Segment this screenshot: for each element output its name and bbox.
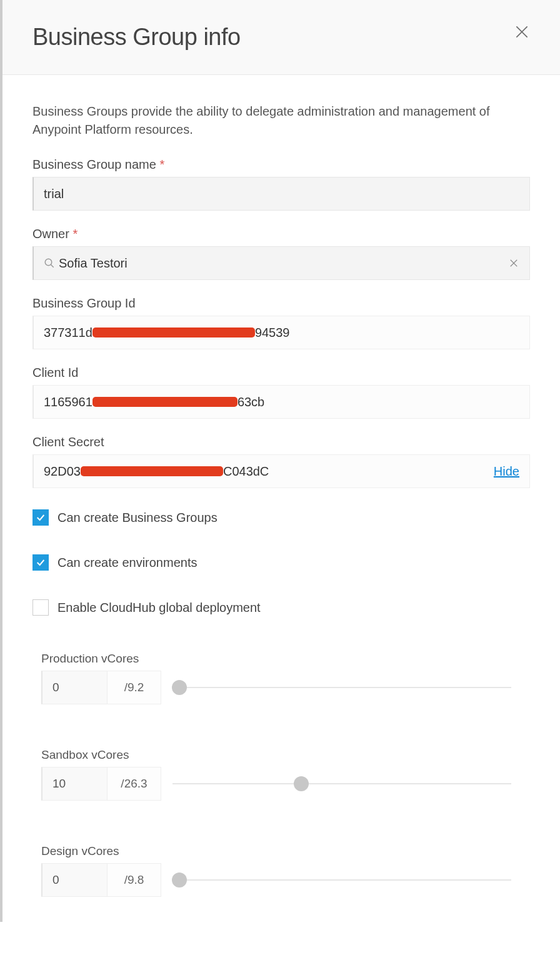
checkbox-label-create-bg: Can create Business Groups xyxy=(58,511,218,525)
client-id-prefix: 1165961 xyxy=(44,395,92,409)
check-icon xyxy=(36,558,46,568)
checkbox-row-create-bg: Can create Business Groups xyxy=(32,509,530,526)
checkbox-global-deploy[interactable] xyxy=(32,599,49,616)
svg-line-3 xyxy=(51,264,54,268)
search-icon xyxy=(44,258,55,269)
field-owner: Owner xyxy=(32,227,530,280)
redaction xyxy=(92,397,238,407)
slider-thumb-production[interactable] xyxy=(172,680,187,695)
checkbox-row-global-deploy: Enable CloudHub global deployment xyxy=(32,599,530,616)
input-owner[interactable] xyxy=(59,256,508,271)
checkbox-create-env[interactable] xyxy=(32,554,49,571)
checkbox-row-create-env: Can create environments xyxy=(32,554,530,571)
svg-point-2 xyxy=(45,259,52,266)
value-bg-id: 377311d 94539 xyxy=(32,316,530,349)
slider-production: Production vCores 0 / 9.2 xyxy=(32,652,530,704)
client-id-suffix: 63cb xyxy=(238,395,264,409)
label-owner: Owner xyxy=(32,227,530,241)
check-icon xyxy=(36,512,46,522)
slider-thumb-sandbox[interactable] xyxy=(294,776,309,791)
dialog-description: Business Groups provide the ability to d… xyxy=(32,102,530,139)
slider-track-design[interactable] xyxy=(172,879,511,881)
close-icon[interactable] xyxy=(514,24,530,40)
slider-max-production: / 9.2 xyxy=(108,671,161,704)
owner-search-wrap[interactable] xyxy=(32,246,530,280)
slider-track-production[interactable] xyxy=(172,687,511,688)
label-client-secret: Client Secret xyxy=(32,435,530,449)
dialog-header: Business Group info xyxy=(2,0,560,75)
slider-value-design[interactable]: 0 xyxy=(41,863,108,897)
label-bg-name: Business Group name xyxy=(32,158,530,172)
slider-label-sandbox: Sandbox vCores xyxy=(41,748,530,762)
field-bg-id: Business Group Id 377311d 94539 xyxy=(32,296,530,349)
slider-track-sandbox[interactable] xyxy=(172,783,511,784)
sliders-section: Production vCores 0 / 9.2 Sandbox vCores… xyxy=(32,652,530,897)
field-client-secret: Client Secret 92D03 C043dC Hide xyxy=(32,435,530,488)
input-bg-name[interactable] xyxy=(32,177,530,211)
field-client-id: Client Id 1165961 63cb xyxy=(32,366,530,419)
slider-label-production: Production vCores xyxy=(41,652,530,666)
label-bg-id: Business Group Id xyxy=(32,296,530,311)
checkbox-label-global-deploy: Enable CloudHub global deployment xyxy=(58,601,261,615)
slider-design: Design vCores 0 / 9.8 xyxy=(32,844,530,897)
slider-max-sandbox: / 26.3 xyxy=(108,767,161,801)
slider-label-design: Design vCores xyxy=(41,844,530,858)
clear-owner-icon[interactable] xyxy=(508,258,519,269)
bg-id-prefix: 377311d xyxy=(44,326,92,340)
label-client-id: Client Id xyxy=(32,366,530,380)
slider-value-sandbox[interactable]: 10 xyxy=(41,767,108,801)
slider-max-design: / 9.8 xyxy=(108,863,161,897)
dialog-title: Business Group info xyxy=(32,24,241,51)
slider-sandbox: Sandbox vCores 10 / 26.3 xyxy=(32,748,530,801)
field-bg-name: Business Group name xyxy=(32,158,530,211)
checkbox-label-create-env: Can create environments xyxy=(58,556,197,570)
checkbox-create-bg[interactable] xyxy=(32,509,49,526)
redaction xyxy=(92,328,255,338)
redaction xyxy=(81,466,223,476)
value-client-secret: 92D03 C043dC Hide xyxy=(32,454,530,488)
client-secret-prefix: 92D03 xyxy=(44,464,81,479)
slider-value-production[interactable]: 0 xyxy=(41,671,108,704)
value-client-id: 1165961 63cb xyxy=(32,385,530,419)
hide-secret-link[interactable]: Hide xyxy=(494,464,519,479)
bg-id-suffix: 94539 xyxy=(255,326,290,340)
client-secret-suffix: C043dC xyxy=(223,464,269,479)
slider-thumb-design[interactable] xyxy=(172,872,187,888)
dialog-body: Business Groups provide the ability to d… xyxy=(2,75,560,922)
